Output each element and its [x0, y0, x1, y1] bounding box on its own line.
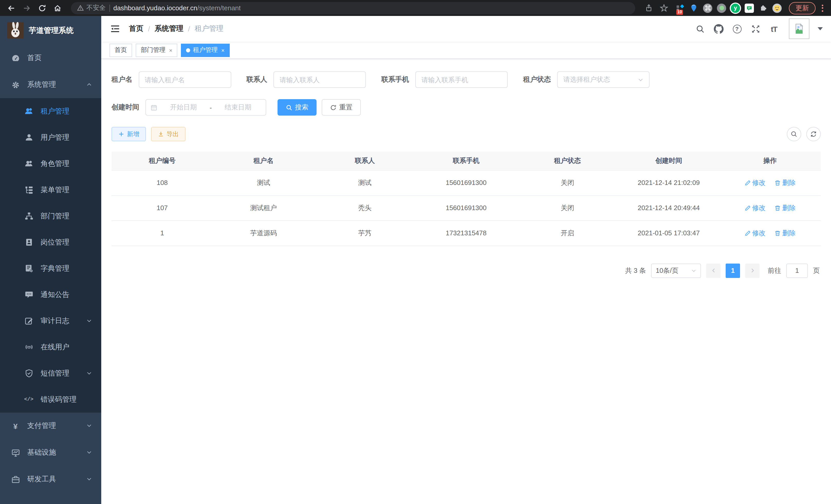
- select-placeholder: 请选择租户状态: [563, 75, 610, 84]
- export-button[interactable]: 导出: [151, 127, 185, 141]
- chrome-update-button[interactable]: 更新: [789, 2, 815, 14]
- sidebar-item-menu[interactable]: 菜单管理: [0, 177, 101, 203]
- sidebar-collapse-button[interactable]: [110, 23, 121, 34]
- edit-link[interactable]: 修改: [744, 203, 766, 212]
- profile-avatar-button[interactable]: [772, 3, 782, 12]
- mobile-input-wrap: [415, 71, 508, 88]
- url-text: dashboard.yudao.iocoder.cn/system/tenant: [113, 4, 241, 12]
- sidebar-item-user[interactable]: 用户管理: [0, 124, 101, 151]
- mobile-input[interactable]: [422, 76, 502, 84]
- address-bar[interactable]: 不安全 dashboard.yudao.iocoder.cn/system/te…: [71, 2, 635, 14]
- header-search-button[interactable]: [693, 22, 707, 35]
- table-header: 租户编号 租户名 联系人 联系手机 租户状态 创建时间 操作: [112, 152, 821, 170]
- extension-yuque-button[interactable]: y: [731, 3, 740, 12]
- announcement-comment-icon: [24, 290, 33, 299]
- browser-back-button[interactable]: [5, 2, 18, 14]
- filter-label: 租户状态: [523, 75, 551, 84]
- export-button-label: 导出: [167, 130, 179, 139]
- next-page-button[interactable]: [745, 263, 760, 278]
- sidebar-item-label: 短信管理: [40, 368, 69, 378]
- browser-menu-button[interactable]: [819, 3, 826, 13]
- contact-input[interactable]: [280, 76, 360, 84]
- sidebar-item-notice[interactable]: 通知公告: [0, 281, 101, 308]
- extension-balloon-button[interactable]: [689, 3, 698, 12]
- sidebar-item-dict[interactable]: 字典管理: [0, 255, 101, 281]
- table-row: 108 测试 测试 15601691300 关闭 2021-12-14 21:0…: [112, 170, 821, 195]
- tag-close-icon[interactable]: ×: [169, 47, 172, 53]
- tag-label: 租户管理: [193, 46, 218, 55]
- contact-input-wrap: [274, 71, 366, 88]
- browser-reload-button[interactable]: [36, 2, 48, 14]
- delete-link[interactable]: 删除: [774, 203, 796, 212]
- fold-icon: [111, 24, 120, 33]
- sidebar-item-infrastructure[interactable]: 基础设施: [0, 439, 101, 466]
- tag-tenant-active[interactable]: 租户管理 ×: [181, 43, 230, 57]
- extension-command-button[interactable]: [703, 3, 712, 12]
- sidebar-logo-row[interactable]: 芋道管理系统: [0, 16, 101, 45]
- sidebar-item-dept[interactable]: 部门管理: [0, 203, 101, 229]
- refresh-table-button[interactable]: [806, 127, 821, 141]
- font-size-button[interactable]: tT: [767, 22, 781, 35]
- page-size-select[interactable]: 10条/页: [651, 263, 701, 278]
- org-chart-icon: [24, 211, 33, 221]
- cell-tenant-name: 测试: [213, 170, 314, 195]
- date-separator: -: [210, 103, 212, 111]
- github-link-button[interactable]: [712, 22, 725, 35]
- reload-icon: [38, 4, 46, 12]
- toggle-search-button[interactable]: [787, 127, 801, 141]
- search-button[interactable]: 搜索: [278, 99, 317, 116]
- tag-close-icon[interactable]: ×: [221, 47, 225, 53]
- avatar-caret-icon[interactable]: [818, 27, 823, 30]
- reset-button[interactable]: 重置: [322, 99, 361, 116]
- sidebar-item-tenant[interactable]: 租户管理: [0, 98, 101, 124]
- extension-badge: 10: [676, 9, 683, 14]
- add-button[interactable]: 新增: [112, 127, 146, 141]
- page-content: 租户名 联系人 联系手机: [101, 59, 831, 504]
- breadcrumb-home[interactable]: 首页: [129, 24, 143, 33]
- extension-kanban-button[interactable]: 10: [675, 3, 685, 12]
- extension-chat-button[interactable]: [745, 3, 754, 12]
- delete-link[interactable]: 删除: [774, 178, 796, 187]
- sidebar-item-online-user[interactable]: 在线用户: [0, 334, 101, 360]
- extensions-menu-button[interactable]: [758, 3, 768, 12]
- date-start-placeholder: 开始日期: [160, 103, 207, 112]
- goto-page-input[interactable]: [786, 263, 808, 278]
- sidebar-item-system[interactable]: 系统管理: [0, 71, 101, 98]
- edit-link[interactable]: 修改: [744, 178, 766, 187]
- status-select[interactable]: 请选择租户状态: [557, 71, 650, 88]
- edit-pencil-icon: [744, 230, 751, 236]
- help-button[interactable]: ?: [730, 22, 744, 35]
- url-host: dashboard.yudao.iocoder.cn: [113, 4, 197, 12]
- tag-home[interactable]: 首页: [110, 43, 132, 57]
- browser-home-button[interactable]: [51, 2, 64, 14]
- edit-link[interactable]: 修改: [744, 228, 766, 238]
- tenant-name-input[interactable]: [145, 76, 225, 84]
- prev-page-button[interactable]: [706, 263, 720, 278]
- sidebar-item-payment[interactable]: ¥ 支付管理: [0, 413, 101, 439]
- sidebar-item-error-code[interactable]: </> 错误码管理: [0, 386, 101, 413]
- sidebar-item-sms[interactable]: 短信管理: [0, 360, 101, 386]
- extension-recorder-button[interactable]: [717, 3, 726, 12]
- green-dot-icon: [719, 6, 724, 10]
- security-chip[interactable]: 不安全: [77, 4, 106, 12]
- share-button[interactable]: [642, 2, 655, 14]
- browser-forward-button[interactable]: [21, 2, 33, 14]
- sidebar-item-home[interactable]: 首页: [0, 45, 101, 71]
- date-range-picker[interactable]: 开始日期 - 结束日期: [145, 99, 266, 116]
- breadcrumb-system[interactable]: 系统管理: [155, 24, 183, 33]
- user-avatar[interactable]: [789, 19, 809, 39]
- bookmark-button[interactable]: [658, 2, 670, 14]
- tag-dept[interactable]: 部门管理 ×: [136, 43, 177, 57]
- monitor-icon: [11, 448, 20, 457]
- sidebar-item-label: 在线用户: [40, 343, 69, 352]
- delete-link[interactable]: 删除: [774, 228, 796, 238]
- sidebar-item-dev-tools[interactable]: 研发工具: [0, 466, 101, 493]
- sidebar-item-role[interactable]: 角色管理: [0, 151, 101, 177]
- page-number-1[interactable]: 1: [726, 263, 740, 278]
- sidebar-item-audit-log[interactable]: 审计日志: [0, 308, 101, 334]
- chevron-down-icon: [86, 422, 92, 430]
- trash-icon: [774, 230, 781, 236]
- fullscreen-button[interactable]: [749, 22, 762, 35]
- security-warning-label: 不安全: [86, 4, 106, 12]
- sidebar-item-post[interactable]: 岗位管理: [0, 229, 101, 255]
